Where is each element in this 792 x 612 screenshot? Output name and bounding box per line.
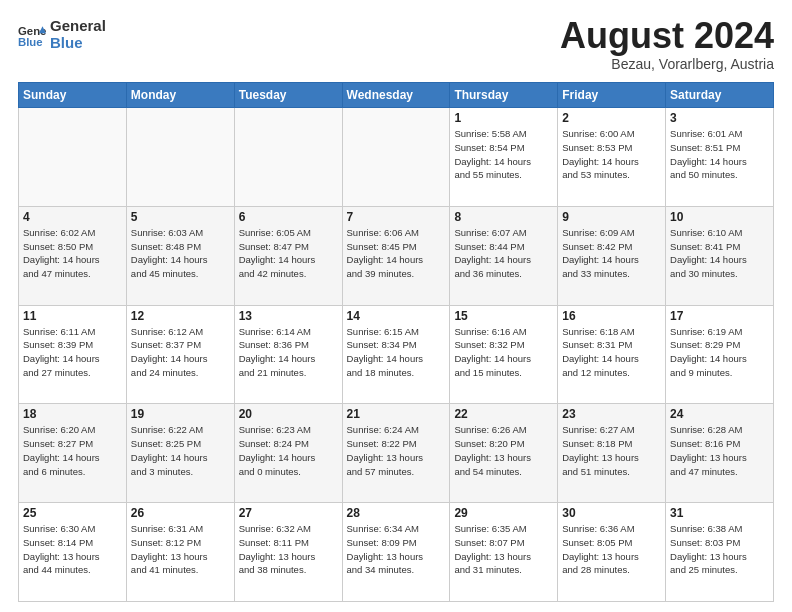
weekday-header: Monday	[126, 83, 234, 108]
day-number: 14	[347, 309, 446, 323]
calendar-cell: 9Sunrise: 6:09 AM Sunset: 8:42 PM Daylig…	[558, 206, 666, 305]
day-number: 27	[239, 506, 338, 520]
calendar-cell: 4Sunrise: 6:02 AM Sunset: 8:50 PM Daylig…	[19, 206, 127, 305]
day-number: 16	[562, 309, 661, 323]
day-info: Sunrise: 6:20 AM Sunset: 8:27 PM Dayligh…	[23, 423, 122, 478]
subtitle: Bezau, Vorarlberg, Austria	[560, 56, 774, 72]
day-info: Sunrise: 6:16 AM Sunset: 8:32 PM Dayligh…	[454, 325, 553, 380]
day-number: 18	[23, 407, 122, 421]
calendar-cell: 19Sunrise: 6:22 AM Sunset: 8:25 PM Dayli…	[126, 404, 234, 503]
calendar-cell: 30Sunrise: 6:36 AM Sunset: 8:05 PM Dayli…	[558, 503, 666, 602]
weekday-header: Saturday	[666, 83, 774, 108]
day-info: Sunrise: 6:23 AM Sunset: 8:24 PM Dayligh…	[239, 423, 338, 478]
calendar-cell: 8Sunrise: 6:07 AM Sunset: 8:44 PM Daylig…	[450, 206, 558, 305]
calendar-cell: 22Sunrise: 6:26 AM Sunset: 8:20 PM Dayli…	[450, 404, 558, 503]
header: General Blue General Blue August 2024 Be…	[18, 18, 774, 72]
day-number: 20	[239, 407, 338, 421]
day-info: Sunrise: 6:34 AM Sunset: 8:09 PM Dayligh…	[347, 522, 446, 577]
calendar-cell: 1Sunrise: 5:58 AM Sunset: 8:54 PM Daylig…	[450, 108, 558, 207]
calendar-table: SundayMondayTuesdayWednesdayThursdayFrid…	[18, 82, 774, 602]
day-info: Sunrise: 6:15 AM Sunset: 8:34 PM Dayligh…	[347, 325, 446, 380]
logo-text: General Blue	[50, 18, 106, 51]
day-number: 28	[347, 506, 446, 520]
calendar-week-row: 4Sunrise: 6:02 AM Sunset: 8:50 PM Daylig…	[19, 206, 774, 305]
day-info: Sunrise: 6:12 AM Sunset: 8:37 PM Dayligh…	[131, 325, 230, 380]
day-number: 9	[562, 210, 661, 224]
day-info: Sunrise: 6:14 AM Sunset: 8:36 PM Dayligh…	[239, 325, 338, 380]
calendar-cell: 13Sunrise: 6:14 AM Sunset: 8:36 PM Dayli…	[234, 305, 342, 404]
page: General Blue General Blue August 2024 Be…	[0, 0, 792, 612]
day-info: Sunrise: 6:00 AM Sunset: 8:53 PM Dayligh…	[562, 127, 661, 182]
weekday-header: Friday	[558, 83, 666, 108]
calendar-cell: 24Sunrise: 6:28 AM Sunset: 8:16 PM Dayli…	[666, 404, 774, 503]
calendar-cell: 27Sunrise: 6:32 AM Sunset: 8:11 PM Dayli…	[234, 503, 342, 602]
title-block: August 2024 Bezau, Vorarlberg, Austria	[560, 18, 774, 72]
day-info: Sunrise: 6:07 AM Sunset: 8:44 PM Dayligh…	[454, 226, 553, 281]
calendar-week-row: 11Sunrise: 6:11 AM Sunset: 8:39 PM Dayli…	[19, 305, 774, 404]
calendar-cell: 29Sunrise: 6:35 AM Sunset: 8:07 PM Dayli…	[450, 503, 558, 602]
day-info: Sunrise: 6:22 AM Sunset: 8:25 PM Dayligh…	[131, 423, 230, 478]
day-number: 24	[670, 407, 769, 421]
day-info: Sunrise: 6:10 AM Sunset: 8:41 PM Dayligh…	[670, 226, 769, 281]
calendar-week-row: 18Sunrise: 6:20 AM Sunset: 8:27 PM Dayli…	[19, 404, 774, 503]
day-number: 22	[454, 407, 553, 421]
day-number: 13	[239, 309, 338, 323]
day-number: 6	[239, 210, 338, 224]
day-info: Sunrise: 6:26 AM Sunset: 8:20 PM Dayligh…	[454, 423, 553, 478]
day-info: Sunrise: 6:18 AM Sunset: 8:31 PM Dayligh…	[562, 325, 661, 380]
day-number: 2	[562, 111, 661, 125]
day-number: 10	[670, 210, 769, 224]
calendar-cell: 2Sunrise: 6:00 AM Sunset: 8:53 PM Daylig…	[558, 108, 666, 207]
calendar-cell	[342, 108, 450, 207]
day-info: Sunrise: 6:32 AM Sunset: 8:11 PM Dayligh…	[239, 522, 338, 577]
calendar-week-row: 1Sunrise: 5:58 AM Sunset: 8:54 PM Daylig…	[19, 108, 774, 207]
day-info: Sunrise: 6:19 AM Sunset: 8:29 PM Dayligh…	[670, 325, 769, 380]
day-info: Sunrise: 6:38 AM Sunset: 8:03 PM Dayligh…	[670, 522, 769, 577]
day-info: Sunrise: 6:30 AM Sunset: 8:14 PM Dayligh…	[23, 522, 122, 577]
calendar-cell: 31Sunrise: 6:38 AM Sunset: 8:03 PM Dayli…	[666, 503, 774, 602]
day-number: 4	[23, 210, 122, 224]
main-title: August 2024	[560, 18, 774, 54]
calendar-cell: 15Sunrise: 6:16 AM Sunset: 8:32 PM Dayli…	[450, 305, 558, 404]
logo: General Blue General Blue	[18, 18, 106, 51]
day-info: Sunrise: 6:03 AM Sunset: 8:48 PM Dayligh…	[131, 226, 230, 281]
day-info: Sunrise: 6:05 AM Sunset: 8:47 PM Dayligh…	[239, 226, 338, 281]
calendar-cell: 11Sunrise: 6:11 AM Sunset: 8:39 PM Dayli…	[19, 305, 127, 404]
day-number: 12	[131, 309, 230, 323]
calendar-cell: 25Sunrise: 6:30 AM Sunset: 8:14 PM Dayli…	[19, 503, 127, 602]
day-info: Sunrise: 6:31 AM Sunset: 8:12 PM Dayligh…	[131, 522, 230, 577]
day-number: 11	[23, 309, 122, 323]
calendar-header-row: SundayMondayTuesdayWednesdayThursdayFrid…	[19, 83, 774, 108]
day-info: Sunrise: 5:58 AM Sunset: 8:54 PM Dayligh…	[454, 127, 553, 182]
day-number: 21	[347, 407, 446, 421]
day-number: 8	[454, 210, 553, 224]
calendar-cell: 18Sunrise: 6:20 AM Sunset: 8:27 PM Dayli…	[19, 404, 127, 503]
day-info: Sunrise: 6:35 AM Sunset: 8:07 PM Dayligh…	[454, 522, 553, 577]
calendar-cell: 6Sunrise: 6:05 AM Sunset: 8:47 PM Daylig…	[234, 206, 342, 305]
day-info: Sunrise: 6:28 AM Sunset: 8:16 PM Dayligh…	[670, 423, 769, 478]
calendar-cell: 5Sunrise: 6:03 AM Sunset: 8:48 PM Daylig…	[126, 206, 234, 305]
day-number: 15	[454, 309, 553, 323]
calendar-cell	[234, 108, 342, 207]
calendar-cell: 20Sunrise: 6:23 AM Sunset: 8:24 PM Dayli…	[234, 404, 342, 503]
logo-icon: General Blue	[18, 21, 46, 49]
day-info: Sunrise: 6:27 AM Sunset: 8:18 PM Dayligh…	[562, 423, 661, 478]
day-number: 29	[454, 506, 553, 520]
day-number: 7	[347, 210, 446, 224]
day-info: Sunrise: 6:36 AM Sunset: 8:05 PM Dayligh…	[562, 522, 661, 577]
day-number: 3	[670, 111, 769, 125]
weekday-header: Tuesday	[234, 83, 342, 108]
day-info: Sunrise: 6:02 AM Sunset: 8:50 PM Dayligh…	[23, 226, 122, 281]
day-info: Sunrise: 6:11 AM Sunset: 8:39 PM Dayligh…	[23, 325, 122, 380]
svg-text:Blue: Blue	[18, 36, 43, 48]
day-number: 25	[23, 506, 122, 520]
weekday-header: Sunday	[19, 83, 127, 108]
calendar-cell: 28Sunrise: 6:34 AM Sunset: 8:09 PM Dayli…	[342, 503, 450, 602]
calendar-cell	[126, 108, 234, 207]
calendar-cell: 3Sunrise: 6:01 AM Sunset: 8:51 PM Daylig…	[666, 108, 774, 207]
day-number: 23	[562, 407, 661, 421]
calendar-cell	[19, 108, 127, 207]
day-number: 1	[454, 111, 553, 125]
weekday-header: Wednesday	[342, 83, 450, 108]
calendar-cell: 26Sunrise: 6:31 AM Sunset: 8:12 PM Dayli…	[126, 503, 234, 602]
